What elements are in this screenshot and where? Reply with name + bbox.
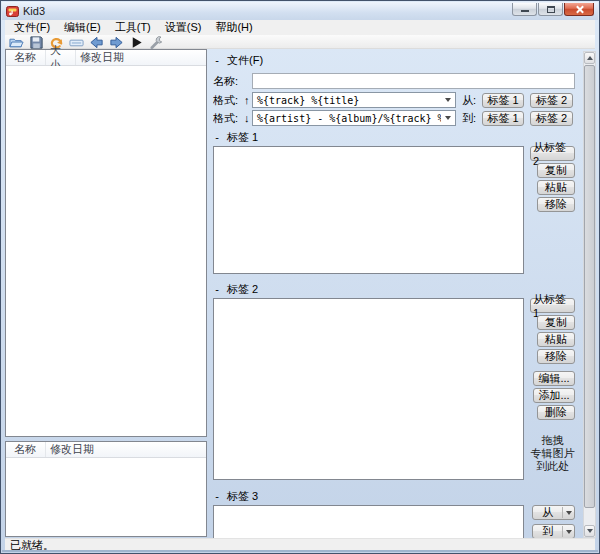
- file-section-title: 文件(F): [227, 53, 263, 68]
- format-from-value: %{track} %{title}: [253, 95, 441, 106]
- filename-row: 名称:: [213, 73, 575, 89]
- dropdown-arrow-icon[interactable]: [562, 526, 574, 537]
- filename-to-tag1-button[interactable]: 标签 1: [482, 111, 524, 126]
- scrollbar-thumb[interactable]: [584, 65, 595, 508]
- tag2-section-header[interactable]: - 标签 2: [213, 282, 575, 296]
- tag1-section-body: 从标签 2 复制 粘贴 移除: [213, 146, 575, 274]
- up-arrow-icon: ↑: [244, 94, 252, 106]
- album-art-drop-zone[interactable]: 拖拽 专辑图片 到此处: [530, 434, 575, 473]
- right-pane-scrollbar[interactable]: [583, 51, 596, 538]
- minimize-icon: [521, 10, 529, 12]
- collapse-indicator[interactable]: -: [213, 54, 221, 66]
- dropdown-arrow-icon[interactable]: [441, 111, 455, 125]
- title-bar[interactable]: Kid3: [2, 2, 598, 20]
- directory-list-panel: 名称 修改日期: [5, 441, 207, 537]
- collapse-indicator[interactable]: -: [213, 490, 221, 502]
- menu-help[interactable]: 帮助(H): [208, 19, 259, 36]
- settings-button[interactable]: [148, 34, 165, 51]
- maximize-button[interactable]: [538, 3, 563, 16]
- tag3-to-button[interactable]: 到: [532, 524, 575, 538]
- from-label: 从:: [456, 93, 482, 108]
- save-button[interactable]: [28, 34, 45, 51]
- previous-file-button[interactable]: [88, 34, 105, 51]
- column-header-name[interactable]: 名称: [6, 50, 46, 65]
- format-from-row: 格式: ↑ %{track} %{title} 从: 标签 1 标签 2: [213, 92, 575, 108]
- filename-from-tag1-button[interactable]: 标签 1: [482, 93, 524, 108]
- arrow-left-icon: [89, 35, 104, 50]
- tag1-copy-button[interactable]: 复制: [537, 163, 575, 178]
- tag1-paste-button[interactable]: 粘贴: [537, 180, 575, 195]
- playlist-icon: [69, 35, 84, 50]
- play-icon: [129, 35, 144, 50]
- format-from-combo[interactable]: %{track} %{title}: [252, 92, 456, 108]
- column-header-modified[interactable]: 修改日期: [76, 50, 206, 65]
- tag1-from-tag2-button[interactable]: 从标签 2: [530, 146, 575, 161]
- filename-to-tag2-button[interactable]: 标签 2: [530, 111, 573, 126]
- tag3-section-header[interactable]: - 标签 3: [213, 489, 575, 503]
- scroll-down-icon: [587, 529, 593, 533]
- scroll-up-icon: [587, 56, 593, 60]
- tag3-from-button[interactable]: 从: [532, 505, 575, 520]
- tag1-section-header[interactable]: - 标签 1: [213, 130, 575, 144]
- maximize-icon: [547, 6, 555, 13]
- next-file-button[interactable]: [108, 34, 125, 51]
- app-icon: [6, 5, 19, 18]
- tag3-section-body: 从 到: [213, 505, 575, 538]
- minimize-button[interactable]: [512, 3, 537, 16]
- save-icon: [29, 35, 44, 50]
- tag2-buttons: 从标签 1 复制 粘贴 移除 编辑... 添加... 删除 拖拽 专辑图片 到此…: [530, 298, 575, 473]
- collapse-indicator[interactable]: -: [213, 131, 221, 143]
- tag3-section-title: 标签 3: [227, 489, 258, 504]
- file-list-body[interactable]: [6, 66, 206, 436]
- format-to-value: %{artist} - %{album}/%{track} %{title}: [253, 113, 441, 124]
- tag2-delete-button[interactable]: 删除: [537, 405, 575, 420]
- tag2-add-button[interactable]: 添加...: [533, 388, 575, 403]
- tool-bar: [5, 35, 595, 49]
- tag3-frame-table[interactable]: [213, 505, 524, 538]
- menu-settings[interactable]: 设置(S): [158, 19, 209, 36]
- tag2-remove-button[interactable]: 移除: [537, 349, 575, 364]
- file-list-panel: 名称 大小 修改日期: [5, 49, 207, 437]
- collapse-indicator[interactable]: -: [213, 283, 221, 295]
- tag1-remove-button[interactable]: 移除: [537, 197, 575, 212]
- tag2-section-title: 标签 2: [227, 282, 258, 297]
- filename-label: 名称:: [213, 74, 252, 89]
- tag2-copy-button[interactable]: 复制: [537, 315, 575, 330]
- dropdown-arrow-icon[interactable]: [441, 93, 455, 107]
- tag2-from-tag1-button[interactable]: 从标签 1: [530, 298, 575, 313]
- directory-list-body[interactable]: [6, 458, 206, 536]
- tag-editor-pane: - 文件(F) 名称: 格式: ↑ %{track} %{title} 从: 标…: [213, 49, 575, 538]
- column-header-size[interactable]: 大小: [46, 50, 76, 65]
- open-file-button[interactable]: [8, 34, 25, 51]
- tag2-section-body: 从标签 1 复制 粘贴 移除 编辑... 添加... 删除 拖拽 专辑图片 到此…: [213, 298, 575, 480]
- directory-list-header: 名称 修改日期: [6, 442, 206, 458]
- format-to-label: 格式:: [213, 111, 244, 126]
- scroll-down-button[interactable]: [584, 525, 595, 537]
- close-icon: [575, 5, 584, 14]
- dropdown-arrow-icon[interactable]: [562, 507, 574, 518]
- format-to-combo[interactable]: %{artist} - %{album}/%{track} %{title}: [252, 110, 456, 126]
- scroll-up-button[interactable]: [584, 52, 595, 64]
- filename-input[interactable]: [252, 73, 575, 89]
- status-bar: 已就绪。: [5, 538, 595, 552]
- open-folder-icon: [9, 35, 24, 50]
- tag1-section-title: 标签 1: [227, 130, 258, 145]
- close-button[interactable]: [564, 3, 594, 16]
- down-arrow-icon: ↓: [244, 112, 252, 124]
- tag2-paste-button[interactable]: 粘贴: [537, 332, 575, 347]
- tag3-buttons: 从 到: [530, 505, 575, 538]
- play-button[interactable]: [128, 34, 145, 51]
- tag1-frame-table[interactable]: [213, 146, 524, 274]
- kid3-window: Kid3 文件(F) 编辑(E) 工具(T) 设置(S) 帮助(H): [0, 0, 600, 554]
- file-section-header[interactable]: - 文件(F): [213, 53, 575, 67]
- tag2-edit-button[interactable]: 编辑...: [533, 371, 575, 386]
- filename-from-tag2-button[interactable]: 标签 2: [530, 93, 573, 108]
- to-label: 到:: [456, 111, 482, 126]
- column-header-name[interactable]: 名称: [6, 442, 46, 457]
- wrench-icon: [149, 35, 164, 50]
- format-from-label: 格式:: [213, 93, 244, 108]
- tag2-frame-table[interactable]: [213, 298, 524, 480]
- tag1-buttons: 从标签 2 复制 粘贴 移除: [530, 146, 575, 214]
- column-header-modified[interactable]: 修改日期: [46, 442, 206, 457]
- window-title: Kid3: [23, 5, 512, 17]
